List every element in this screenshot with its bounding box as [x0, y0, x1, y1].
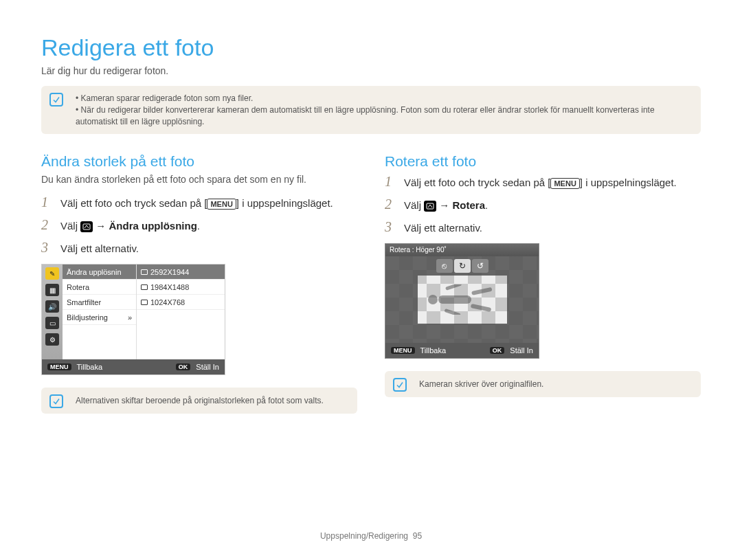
step-text: Välj → Rotera. — [404, 197, 488, 212]
menu-key-icon: MENU — [550, 178, 579, 189]
step-text: Välj ett alternativ. — [60, 240, 139, 256]
footer-back-label: Tillbaka — [420, 346, 447, 355]
menu-key-icon: MENU — [207, 199, 236, 210]
settings-tab-icon: ⚙ — [45, 333, 59, 346]
menu-item: Bildjustering » — [63, 310, 136, 325]
camera-rotate-screenshot: Rotera : Höger 90˚ ⎋ ↻ ↺ — [385, 243, 539, 359]
note-icon — [49, 93, 63, 107]
section-rotate: Rotera ett foto 1 Välj ett foto och tryc… — [385, 153, 701, 414]
section-subheading: Du kan ändra storleken på ett foto och s… — [41, 174, 357, 185]
step-number: 1 — [41, 194, 54, 210]
page-subtitle: Lär dig hur du redigerar foton. — [41, 65, 701, 76]
page-title: Redigera ett foto — [41, 34, 701, 61]
rotate-off-icon: ⎋ — [436, 259, 453, 273]
camera-side-icons: ✎ ▦ 🔊 ▭ ⚙ — [42, 265, 63, 359]
sound-tab-icon: 🔊 — [45, 300, 59, 313]
note-box: Alternativen skiftar beroende på origina… — [41, 388, 357, 414]
info-bullet: Kameran sparar redigerade foton som nya … — [76, 93, 691, 104]
info-box: Kameran sparar redigerade foton som nya … — [41, 86, 701, 134]
page-footer: Uppspelning/Redigering 95 — [0, 531, 742, 541]
menu-option: 1984X1488 — [137, 280, 225, 295]
footer-set-label: Ställ In — [510, 346, 533, 355]
step-text: Välj → Ändra upplösning. — [60, 217, 200, 233]
section-heading: Ändra storlek på ett foto — [41, 153, 357, 170]
footer-back-label: Tillbaka — [77, 363, 103, 371]
step-number: 3 — [41, 240, 54, 256]
info-bullet: När du redigerar bilder konvertererar ka… — [76, 104, 691, 128]
display-tab-icon: ▭ — [45, 317, 59, 329]
step-number: 3 — [385, 219, 397, 235]
rotate-icon-bar: ⎋ ↻ ↺ — [436, 259, 488, 273]
menu-button-label: MENU — [47, 363, 71, 370]
note-box: Kameran skriver över originalfilen. — [385, 371, 701, 397]
menu-option: 2592X1944 — [137, 265, 225, 280]
step-number: 1 — [385, 174, 397, 190]
step-text: Välj ett foto och tryck sedan på [MENU] … — [60, 194, 333, 210]
menu-item: Rotera — [63, 280, 136, 295]
menu-item: Ändra upplösnin — [63, 265, 136, 280]
edit-tab-icon: ✎ — [45, 267, 59, 280]
menu-option: 1024X768 — [137, 295, 225, 310]
section-heading: Rotera ett foto — [385, 153, 701, 170]
note-icon — [393, 378, 407, 392]
ok-button-label: OK — [176, 363, 191, 370]
edit-icon — [80, 221, 93, 232]
ok-button-label: OK — [490, 347, 505, 354]
step-number: 2 — [385, 197, 397, 212]
step-number: 2 — [41, 217, 54, 233]
rotate-header: Rotera : Höger 90˚ — [385, 244, 539, 256]
section-resize: Ändra storlek på ett foto Du kan ändra s… — [41, 153, 357, 414]
note-icon — [49, 394, 63, 408]
delete-tab-icon: ▦ — [45, 284, 59, 296]
menu-item: Smartfilter — [63, 295, 136, 310]
edit-icon — [424, 201, 436, 212]
menu-button-label: MENU — [391, 347, 415, 354]
step-text: Välj ett foto och tryck sedan på [MENU] … — [404, 174, 677, 190]
rotate-right-icon: ↻ — [454, 259, 471, 273]
step-text: Välj ett alternativ. — [404, 219, 482, 235]
rotate-left-icon: ↺ — [472, 259, 488, 273]
footer-set-label: Ställ In — [196, 363, 219, 371]
camera-menu-screenshot: ✎ ▦ 🔊 ▭ ⚙ Ändra upplösnin Rotera Smartfi… — [41, 264, 225, 375]
